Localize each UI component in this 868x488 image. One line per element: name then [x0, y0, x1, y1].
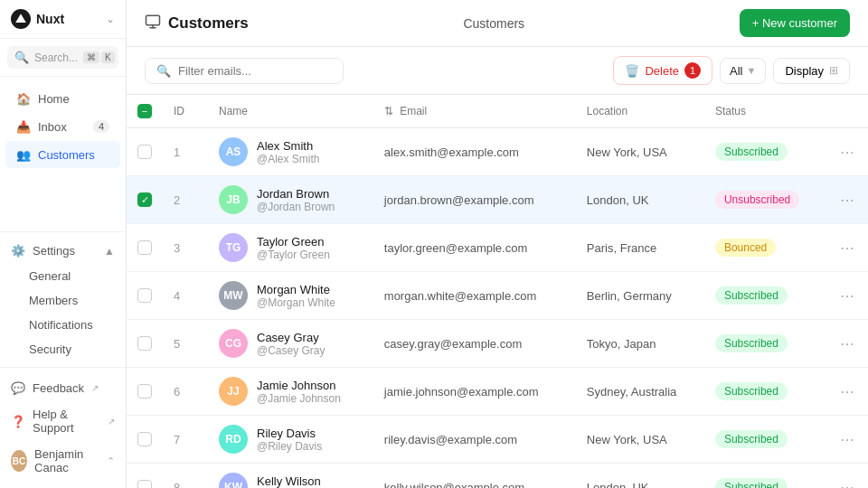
row-checkbox[interactable]	[137, 288, 152, 303]
cell-id: 4	[163, 272, 208, 320]
avatar: JB	[219, 185, 248, 214]
status-badge: Bounced	[715, 239, 776, 257]
status-filter-select[interactable]: All ▼	[720, 58, 766, 84]
sort-icon: ⇅	[384, 105, 393, 117]
customer-info: Morgan White @Morgan White	[257, 283, 335, 309]
customer-handle: @Jordan Brown	[257, 201, 335, 213]
cell-id: 6	[163, 368, 208, 416]
col-email[interactable]: ⇅ Email	[373, 95, 576, 128]
row-actions-menu[interactable]: ⋯	[837, 431, 857, 448]
avatar: RD	[219, 425, 248, 454]
sidebar-item-inbox-label: Inbox	[38, 120, 67, 134]
help-label: Help & Support	[33, 408, 100, 435]
delete-label: Delete	[645, 64, 679, 78]
row-checkbox[interactable]	[137, 384, 152, 399]
row-actions-menu[interactable]: ⋯	[837, 239, 857, 257]
sidebar-item-members[interactable]: Members	[0, 288, 126, 313]
status-badge: Subscribed	[715, 430, 788, 448]
table-header-row: − ID Name ⇅ Email Location Status	[127, 95, 868, 128]
delete-button[interactable]: 🗑️ Delete 1	[613, 56, 712, 85]
display-button[interactable]: Display ⊞	[773, 58, 850, 84]
app-logo[interactable]: Nuxt	[11, 9, 64, 29]
cell-checkbox	[127, 416, 163, 464]
row-checkbox[interactable]	[137, 240, 152, 255]
customer-name: Alex Smith	[257, 139, 320, 153]
cell-status: Subscribed	[704, 368, 826, 416]
cell-checkbox: ✓	[127, 176, 163, 224]
customer-info: Riley Davis @Riley Davis	[257, 427, 322, 453]
avatar: CG	[219, 329, 248, 358]
header-checkbox[interactable]: −	[137, 104, 152, 118]
cell-location: Sydney, Australia	[576, 368, 704, 416]
customer-name: Kelly Wilson	[257, 474, 327, 488]
settings-header[interactable]: ⚙️ Settings ▲	[0, 238, 126, 264]
table-row: 5 CG Casey Gray @Casey Gray casey.gray@e…	[127, 320, 868, 368]
cell-location: London, UK	[576, 464, 704, 489]
sidebar-item-notifications[interactable]: Notifications	[0, 313, 126, 337]
row-actions-menu[interactable]: ⋯	[837, 383, 857, 400]
help-item[interactable]: ❓ Help & Support ↗	[0, 401, 126, 441]
feedback-item[interactable]: 💬 Feedback ↗	[0, 375, 126, 401]
search-box[interactable]: 🔍 Search... ⌘ K	[7, 46, 118, 69]
sidebar-item-inbox[interactable]: 📥 Inbox 4	[5, 113, 120, 140]
cell-status: Subscribed	[704, 128, 826, 176]
filter-email-input[interactable]	[178, 64, 332, 78]
search-label: Search...	[34, 52, 78, 64]
customers-icon: 👥	[16, 147, 31, 162]
cell-name: TG Taylor Green @Taylor Green	[208, 224, 373, 272]
sidebar-item-home-label: Home	[38, 92, 70, 106]
breadcrumb-customers[interactable]: Customers	[463, 16, 524, 31]
breadcrumb: Customers	[463, 16, 524, 31]
new-customer-button[interactable]: + New customer	[740, 9, 850, 37]
cell-name: RD Riley Davis @Riley Davis	[208, 416, 373, 464]
avatar: AS	[219, 137, 248, 166]
check-icon: ✓	[141, 194, 149, 206]
cell-location: Berlin, Germany	[576, 272, 704, 320]
main-content: Customers Customers + New customer 🔍 🗑️ …	[127, 0, 868, 488]
notifications-label: Notifications	[29, 318, 93, 332]
sidebar-item-security[interactable]: Security	[0, 337, 126, 361]
cell-location: New York, USA	[576, 128, 704, 176]
external-link-icon-2: ↗	[108, 417, 115, 427]
row-actions-menu[interactable]: ⋯	[837, 287, 857, 305]
cell-actions: ⋯	[826, 176, 868, 224]
cell-actions: ⋯	[826, 464, 868, 489]
row-checkbox[interactable]: ✓	[137, 192, 152, 207]
row-actions-menu[interactable]: ⋯	[837, 192, 857, 209]
cell-name: JB Jordan Brown @Jordan Brown	[208, 176, 373, 224]
customer-info: Alex Smith @Alex Smith	[257, 139, 320, 165]
sidebar-item-general[interactable]: General	[0, 264, 126, 288]
customer-info: Kelly Wilson @Kelly Wilson	[257, 474, 327, 489]
col-id: ID	[163, 95, 208, 128]
row-checkbox[interactable]	[137, 480, 152, 488]
row-actions-menu[interactable]: ⋯	[837, 335, 857, 352]
customer-handle: @Morgan White	[257, 296, 335, 309]
table-row: 6 JJ Jamie Johnson @Jamie Johnson jamie.…	[127, 368, 868, 416]
cell-status: Subscribed	[704, 416, 826, 464]
sidebar: Nuxt ⌄ 🔍 Search... ⌘ K 🏠 Home 📥 Inbox 4 …	[0, 0, 127, 488]
status-badge: Subscribed	[715, 143, 788, 161]
row-actions-menu[interactable]: ⋯	[837, 479, 857, 489]
customers-table: − ID Name ⇅ Email Location Status	[127, 95, 868, 488]
members-label: Members	[29, 294, 78, 307]
sidebar-bottom: 💬 Feedback ↗ ❓ Help & Support ↗ BC Benja…	[0, 367, 126, 488]
cell-id: 2	[163, 176, 208, 224]
row-checkbox[interactable]	[137, 432, 152, 446]
status-badge: Subscribed	[715, 334, 788, 352]
row-checkbox[interactable]	[137, 336, 152, 351]
row-actions-menu[interactable]: ⋯	[837, 144, 857, 161]
cell-name: AS Alex Smith @Alex Smith	[208, 128, 373, 176]
table-body: 1 AS Alex Smith @Alex Smith alex.smith@e…	[127, 128, 868, 489]
cell-name: JJ Jamie Johnson @Jamie Johnson	[208, 368, 373, 416]
status-badge: Subscribed	[715, 286, 788, 305]
sidebar-item-home[interactable]: 🏠 Home	[5, 85, 120, 112]
feedback-icon: 💬	[11, 381, 25, 395]
row-checkbox[interactable]	[137, 145, 152, 159]
user-profile[interactable]: BC Benjamin Canac ⌃	[0, 441, 126, 481]
sidebar-item-customers[interactable]: 👥 Customers	[5, 141, 120, 168]
customer-name: Jamie Johnson	[257, 379, 341, 392]
filter-input-wrapper: 🔍	[145, 58, 344, 84]
cell-status: Subscribed	[704, 272, 826, 320]
sidebar-header: Nuxt ⌄	[0, 0, 126, 39]
table-row: 7 RD Riley Davis @Riley Davis riley.davi…	[127, 416, 868, 464]
